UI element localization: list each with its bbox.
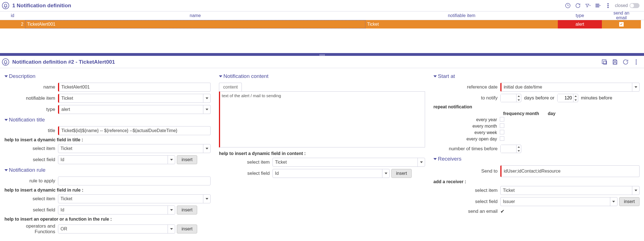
chevron-down-icon[interactable] [168, 206, 175, 214]
label-notify: to notify [433, 95, 500, 101]
chevron-up-icon [517, 94, 521, 98]
section-notification-content[interactable]: Notification content [219, 73, 425, 79]
table-row[interactable]: 2 TicketAlert001 Ticket alert ✔ [0, 20, 644, 28]
td-name: TicketAlert001 [25, 20, 365, 28]
every-month-checkbox[interactable] [500, 123, 504, 128]
clock-icon[interactable] [565, 3, 571, 9]
refresh-icon[interactable] [575, 3, 581, 9]
td-notifiable: Ticket [365, 20, 558, 28]
chevron-down-icon[interactable] [632, 83, 639, 91]
days-stepper[interactable] [500, 94, 521, 102]
title-field-select[interactable]: Id [58, 155, 175, 164]
rule-field-select[interactable]: Id [58, 206, 175, 214]
add-receiver-label: add a receiver : [433, 179, 640, 184]
bell-icon [2, 58, 9, 66]
label-recv-item: select item [433, 188, 500, 193]
help-title: help to insert a dynamic field in title … [4, 137, 211, 142]
every-week-checkbox[interactable] [500, 130, 504, 134]
sendto-input[interactable] [500, 165, 640, 177]
content-field-select[interactable]: Id [272, 169, 390, 178]
title-item-select[interactable]: Ticket [58, 144, 211, 153]
chevron-down-icon[interactable] [418, 158, 425, 166]
columns-icon[interactable] [595, 3, 601, 9]
recv-field-select[interactable]: Issuer [500, 197, 618, 206]
caret-down-icon [219, 75, 222, 77]
label-content-item: select item [219, 159, 272, 165]
section-start-at[interactable]: Start at [433, 73, 640, 79]
splitter[interactable] [0, 54, 644, 56]
content-textarea[interactable] [219, 92, 425, 147]
svg-rect-10 [614, 60, 616, 61]
section-receivers[interactable]: Receivers [433, 156, 640, 162]
bell-icon [2, 2, 9, 9]
notifiable-select[interactable]: Ticket [58, 94, 211, 103]
save-icon[interactable] [612, 59, 618, 65]
more-icon[interactable] [633, 59, 640, 65]
th-email[interactable]: send an email [602, 11, 641, 20]
content-item-select[interactable]: Ticket [272, 158, 425, 167]
recv-insert-button[interactable]: insert [619, 197, 640, 206]
every-open-day-checkbox[interactable] [500, 136, 504, 141]
chevron-down-icon[interactable] [610, 197, 617, 206]
caret-down-icon [4, 119, 8, 121]
title-insert-button[interactable]: insert [177, 155, 197, 164]
rule-op-select[interactable]: OR [58, 225, 175, 233]
filter-icon[interactable] [585, 3, 591, 9]
closed-label: closed [615, 3, 628, 8]
svg-rect-4 [598, 4, 599, 7]
chevron-up-icon [517, 145, 521, 149]
days-after-label: days before or [524, 95, 554, 101]
minutes-stepper[interactable] [557, 94, 578, 102]
label-operators: operators and Functions [4, 223, 58, 235]
refdate-select[interactable]: initial due date/time [500, 83, 640, 92]
label-recv-field: select field [433, 199, 500, 204]
rule-input[interactable] [58, 176, 211, 185]
chevron-down-icon[interactable] [382, 169, 389, 178]
help-content: help to insert a dynamic field in conten… [219, 151, 425, 156]
svg-point-5 [607, 3, 609, 4]
content-insert-button[interactable]: insert [391, 169, 412, 178]
rule-field-insert-button[interactable]: insert [177, 206, 197, 214]
chevron-down-icon[interactable] [168, 225, 175, 233]
chevron-down-icon[interactable] [168, 156, 175, 164]
td-email: ✔ [602, 20, 641, 28]
label-notifiable: notifiable item [4, 96, 58, 101]
th-name[interactable]: name [25, 13, 365, 18]
chevron-down-icon[interactable] [203, 105, 210, 114]
label-content-field: select field [219, 171, 272, 176]
label-type: type [4, 107, 58, 112]
chevron-down-icon [573, 98, 578, 102]
title-input[interactable] [58, 126, 211, 135]
recv-item-select[interactable]: Ticket [500, 186, 640, 195]
svg-rect-3 [597, 4, 598, 7]
times-stepper[interactable] [500, 145, 521, 153]
td-type: alert [558, 20, 602, 28]
every-year-checkbox[interactable] [500, 117, 504, 121]
section-description[interactable]: Description [4, 73, 211, 79]
chevron-down-icon[interactable] [203, 94, 210, 102]
svg-point-6 [607, 5, 609, 6]
more-icon[interactable] [605, 3, 611, 9]
type-select[interactable]: alert [58, 105, 211, 114]
send-email-checkbox[interactable]: ✔ [500, 208, 505, 214]
rule-item-select[interactable]: Ticket [58, 194, 211, 203]
th-type[interactable]: type [558, 13, 602, 18]
rule-op-insert-button[interactable]: insert [177, 225, 197, 233]
new-window-icon[interactable] [601, 59, 608, 65]
svg-point-7 [607, 7, 609, 8]
closed-toggle[interactable] [629, 3, 640, 8]
name-input[interactable] [58, 83, 211, 92]
chevron-down-icon[interactable] [203, 195, 210, 203]
repeat-label: repeat notification [433, 104, 640, 109]
th-notifiable[interactable]: notifiable item [365, 13, 558, 18]
refresh-icon[interactable] [622, 59, 629, 65]
label-rule-item: select item [4, 196, 58, 202]
chevron-down-icon[interactable] [203, 144, 210, 153]
th-id[interactable]: id [0, 13, 25, 18]
chevron-down-icon[interactable] [632, 186, 639, 195]
section-notification-rule[interactable]: Notification rule [4, 167, 211, 173]
tab-content[interactable]: content [219, 83, 242, 91]
detail-title: Notification definition #2 - TicketAlert… [12, 59, 115, 65]
minutes-after-label: minutes before [581, 95, 612, 101]
section-notification-title[interactable]: Notification title [4, 117, 211, 123]
